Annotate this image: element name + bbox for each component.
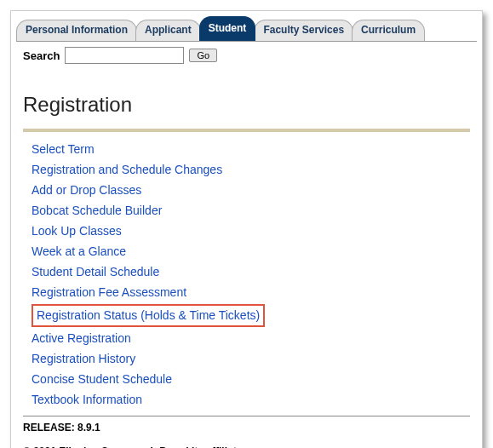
tab-personal-information[interactable]: Personal Information (16, 20, 137, 41)
link-registration-history[interactable]: Registration History (32, 352, 135, 365)
list-item: Active Registration (32, 330, 470, 347)
release-label: RELEASE: 8.9.1 (11, 422, 482, 434)
link-week-at-a-glance[interactable]: Week at a Glance (32, 244, 126, 258)
link-look-up-classes[interactable]: Look Up Classes (32, 224, 122, 238)
list-item: Registration and Schedule Changes (32, 161, 470, 179)
list-item: Registration History (32, 350, 470, 368)
go-button[interactable]: Go (189, 49, 217, 62)
search-label: Search (23, 49, 60, 62)
link-add-drop-classes[interactable]: Add or Drop Classes (32, 183, 141, 197)
list-item: Student Detail Schedule (32, 263, 470, 281)
link-bobcat-schedule-builder[interactable]: Bobcat Schedule Builder (32, 204, 162, 217)
tab-curriculum[interactable]: Curriculum (352, 20, 425, 41)
list-item: Registration Status (Holds & Time Ticket… (32, 304, 470, 327)
list-item: Select Term (32, 141, 470, 158)
search-row: Search Go (11, 42, 482, 71)
link-registration-schedule-changes[interactable]: Registration and Schedule Changes (32, 163, 222, 176)
list-item: Registration Fee Assessment (32, 284, 470, 302)
link-select-term[interactable]: Select Term (32, 142, 95, 156)
search-input[interactable] (65, 47, 184, 64)
page-container: Personal Information Applicant Student F… (10, 10, 483, 448)
tab-faculty-services[interactable]: Faculty Services (254, 20, 353, 41)
link-concise-student-schedule[interactable]: Concise Student Schedule (32, 372, 172, 386)
link-textbook-information[interactable]: Textbook Information (32, 393, 142, 406)
link-registration-status[interactable]: Registration Status (Holds & Time Ticket… (32, 304, 265, 327)
section-divider (23, 129, 470, 132)
list-item: Textbook Information (32, 391, 470, 409)
list-item: Week at a Glance (32, 243, 470, 261)
link-active-registration[interactable]: Active Registration (32, 331, 131, 345)
link-list: Select Term Registration and Schedule Ch… (23, 141, 470, 409)
thin-divider (23, 416, 470, 416)
list-item: Concise Student Schedule (32, 370, 470, 388)
link-student-detail-schedule[interactable]: Student Detail Schedule (32, 265, 159, 279)
content-area: Registration Select Term Registration an… (11, 71, 482, 416)
page-title: Registration (23, 93, 470, 117)
tab-student[interactable]: Student (199, 16, 256, 41)
list-item: Look Up Classes (32, 222, 470, 240)
list-item: Bobcat Schedule Builder (32, 202, 470, 220)
tab-bar: Personal Information Applicant Student F… (11, 11, 482, 41)
tab-applicant[interactable]: Applicant (135, 20, 201, 41)
list-item: Add or Drop Classes (32, 181, 470, 199)
link-registration-fee-assessment[interactable]: Registration Fee Assessment (32, 285, 186, 299)
